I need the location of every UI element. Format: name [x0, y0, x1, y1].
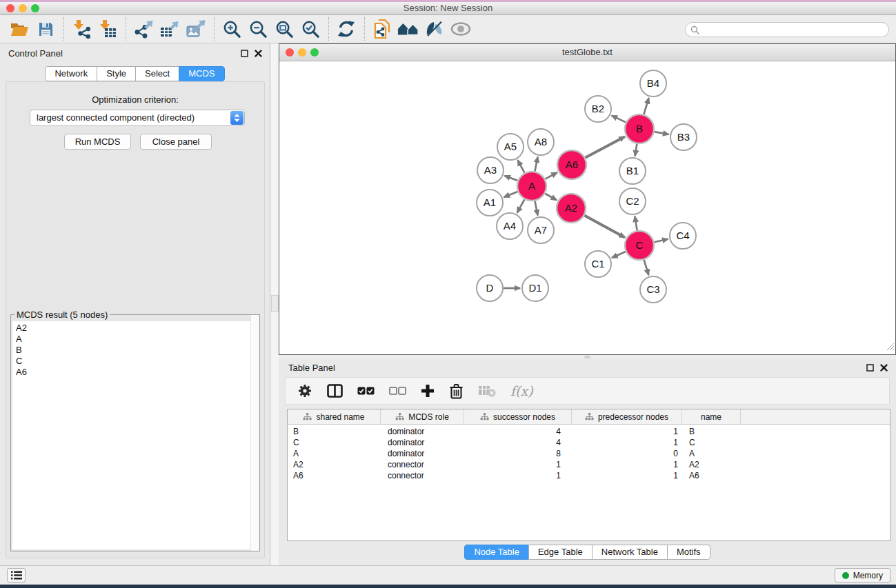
splitter-grip[interactable] — [584, 356, 590, 358]
graph-node-B3[interactable]: B3 — [670, 124, 697, 150]
table-row[interactable]: A2connector11A2 — [288, 459, 890, 470]
close-panel-icon[interactable] — [255, 50, 262, 57]
mcds-result-item[interactable]: C — [12, 356, 258, 367]
criterion-dropdown[interactable]: largest connected component (directed) — [30, 110, 245, 126]
graph-node-B[interactable]: B — [625, 114, 654, 143]
window-resize-grip[interactable] — [886, 341, 895, 354]
birdseye-view-button[interactable] — [450, 18, 472, 40]
graph-edge-C-C2[interactable] — [635, 216, 637, 231]
graph-edge-A-A3[interactable] — [505, 176, 518, 181]
result-scrollbar[interactable] — [250, 315, 259, 551]
close-window-button[interactable] — [6, 4, 14, 12]
graph-edge-A-A8[interactable] — [535, 157, 537, 172]
column-view-button[interactable] — [327, 384, 343, 398]
graph-edge-B-B2[interactable] — [612, 116, 626, 123]
tab-motifs[interactable]: Motifs — [667, 545, 710, 560]
graph-edge-B-B1[interactable] — [635, 144, 637, 156]
export-image-button[interactable] — [185, 18, 207, 40]
zoom-out-button[interactable] — [247, 18, 269, 40]
import-table-button[interactable] — [97, 18, 119, 40]
graph-edge-A-A6[interactable] — [545, 172, 557, 179]
show-all-networks-button[interactable] — [397, 18, 419, 40]
graph-edge-B-B3[interactable] — [655, 132, 669, 134]
graph-edge-C-C3[interactable] — [644, 260, 649, 275]
close-network-button[interactable] — [286, 48, 294, 57]
graph-node-B4[interactable]: B4 — [640, 70, 666, 97]
tab-select[interactable]: Select — [135, 66, 179, 81]
mcds-result-item[interactable]: A — [12, 334, 258, 345]
delete-column-button[interactable] — [449, 383, 464, 399]
graph-edge-A-A2[interactable] — [545, 194, 557, 201]
splitter-grip[interactable] — [271, 295, 279, 312]
graph-node-A5[interactable]: A5 — [497, 134, 524, 160]
select-all-button[interactable] — [357, 387, 375, 395]
graph-edge-A-A4[interactable] — [517, 199, 525, 212]
graph-edge-A-A7[interactable] — [535, 201, 537, 216]
minimize-window-button[interactable] — [19, 4, 27, 12]
column-header-shared-name[interactable]: shared name — [288, 409, 381, 424]
style-preview-button[interactable] — [424, 18, 446, 40]
vertical-splitter[interactable] — [270, 43, 279, 565]
graph-node-A7[interactable]: A7 — [528, 217, 554, 243]
memory-button[interactable]: Memory — [835, 568, 890, 582]
table-row[interactable]: Cdominator41C — [288, 437, 890, 448]
graph-node-C3[interactable]: C3 — [640, 276, 666, 303]
table-settings-button[interactable] — [297, 383, 312, 398]
mcds-result-item[interactable]: A6 — [12, 367, 258, 378]
graph-edge-A-A5[interactable] — [518, 160, 525, 172]
graph-node-A1[interactable]: A1 — [477, 190, 503, 216]
mcds-result-item[interactable]: B — [12, 345, 258, 356]
graph-node-D1[interactable]: D1 — [522, 275, 548, 301]
table-row[interactable]: Adominator80A — [288, 448, 890, 459]
graph-node-A[interactable]: A — [517, 172, 546, 201]
tab-style[interactable]: Style — [97, 66, 136, 81]
task-history-button[interactable] — [7, 568, 26, 582]
export-table-button[interactable] — [159, 18, 181, 40]
graph-edge-C-C1[interactable] — [612, 252, 626, 258]
add-column-button[interactable] — [421, 384, 435, 398]
float-panel-icon[interactable] — [866, 364, 874, 372]
graph-node-C2[interactable]: C2 — [619, 188, 646, 214]
graph-edge-A-A1[interactable] — [504, 192, 518, 197]
zoom-fit-button[interactable] — [273, 18, 295, 40]
column-header-successor-nodes[interactable]: successor nodes — [464, 409, 572, 424]
minimize-network-button[interactable] — [298, 48, 306, 57]
table-row[interactable]: A6connector11A6 — [288, 470, 890, 481]
maximize-network-button[interactable] — [310, 48, 319, 57]
graph-node-A2[interactable]: A2 — [557, 194, 586, 223]
close-panel-icon[interactable] — [880, 364, 888, 372]
refresh-layout-button[interactable] — [335, 18, 357, 40]
network-canvas[interactable]: AA1A2A3A4A5A6A7A8BB1B2B3B4CC1C2C3C4DD1 — [279, 61, 895, 354]
graph-edge-B-B4[interactable] — [644, 98, 648, 114]
search-field[interactable] — [685, 22, 889, 37]
tab-network-table[interactable]: Network Table — [592, 545, 668, 560]
graph-edge-A2-C[interactable] — [584, 216, 625, 238]
graph-node-C[interactable]: C — [625, 231, 654, 260]
graph-edge-C-C4[interactable] — [655, 239, 668, 242]
mcds-result-item[interactable]: A2 — [12, 321, 258, 334]
tab-edge-table[interactable]: Edge Table — [528, 545, 593, 560]
graph-edge-A6-B[interactable] — [585, 136, 624, 158]
graph-node-B2[interactable]: B2 — [585, 96, 611, 122]
graph-node-A3[interactable]: A3 — [477, 157, 504, 183]
import-network-button[interactable] — [70, 18, 92, 40]
tab-network[interactable]: Network — [45, 66, 97, 81]
close-panel-button[interactable]: Close panel — [140, 134, 212, 150]
graph-node-A6[interactable]: A6 — [557, 150, 586, 179]
search-input[interactable] — [702, 23, 888, 36]
column-header-name[interactable]: name — [682, 409, 741, 424]
column-header-predecessor-nodes[interactable]: predecessor nodes — [572, 409, 682, 424]
table-row[interactable]: Bdominator41B — [288, 426, 890, 437]
tab-node-table[interactable]: Node Table — [464, 545, 529, 560]
deselect-all-button[interactable] — [389, 387, 406, 395]
save-session-button[interactable] — [34, 18, 57, 40]
zoom-in-button[interactable] — [221, 18, 243, 40]
graph-node-C4[interactable]: C4 — [670, 223, 696, 249]
run-mcds-button[interactable]: Run MCDS — [64, 134, 131, 150]
graph-node-A8[interactable]: A8 — [528, 129, 554, 155]
mcds-result-list[interactable]: A2ABCA6 — [12, 321, 258, 549]
column-header-MCDS-role[interactable]: MCDS role — [381, 409, 464, 424]
new-session-button[interactable] — [371, 18, 393, 40]
export-network-button[interactable] — [132, 18, 155, 40]
maximize-window-button[interactable] — [31, 4, 39, 12]
